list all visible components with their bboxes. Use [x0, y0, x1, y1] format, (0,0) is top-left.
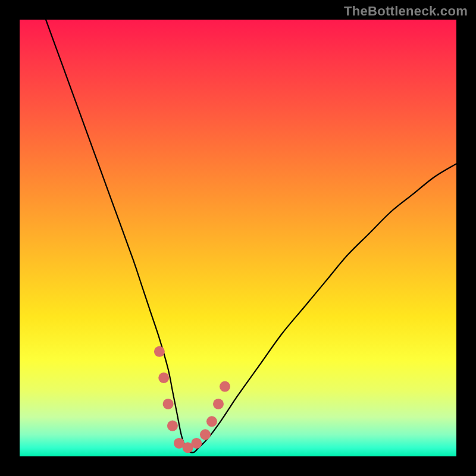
marker-dot [206, 416, 217, 427]
marker-group [154, 346, 230, 453]
marker-dot [167, 421, 178, 431]
marker-dot [158, 372, 169, 383]
marker-dot [163, 399, 174, 409]
chart-svg [20, 20, 456, 456]
marker-dot [220, 381, 230, 392]
watermark-text: TheBottleneck.com [344, 4, 468, 19]
bottleneck-curve [46, 20, 456, 453]
chart-frame: TheBottleneck.com [0, 0, 476, 476]
marker-dot [213, 399, 224, 409]
marker-dot [200, 429, 211, 440]
marker-dot [154, 346, 165, 357]
marker-dot [191, 438, 202, 449]
